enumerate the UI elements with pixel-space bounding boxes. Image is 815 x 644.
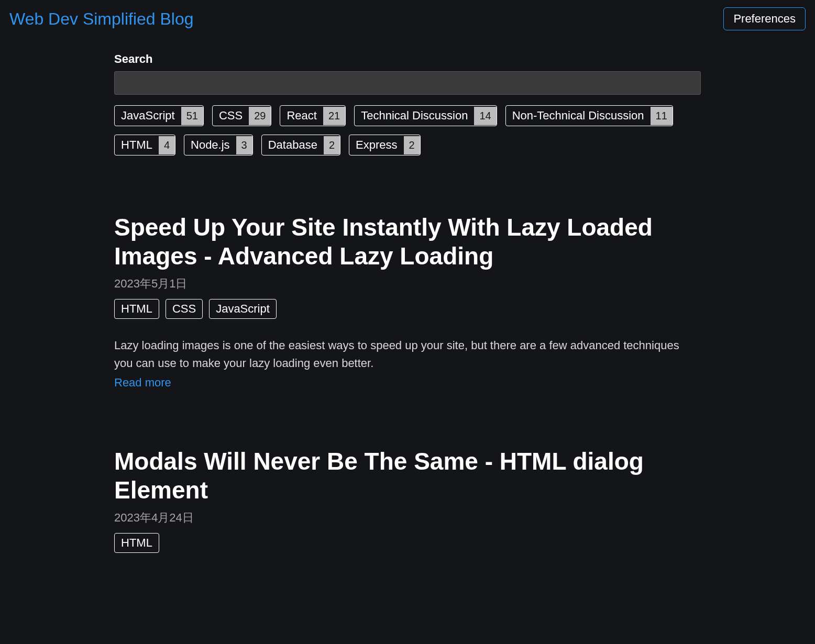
article-tags: HTML: [114, 533, 701, 553]
article-tags: HTMLCSSJavaScript: [114, 299, 701, 319]
main-content: Search JavaScript51CSS29React21Technical…: [98, 52, 717, 553]
preferences-button[interactable]: Preferences: [723, 7, 806, 30]
article: Modals Will Never Be The Same - HTML dia…: [114, 447, 701, 553]
filter-tag[interactable]: CSS29: [212, 105, 272, 126]
filter-tags-container: JavaScript51CSS29React21Technical Discus…: [114, 105, 701, 156]
article-excerpt: Lazy loading images is one of the easies…: [114, 337, 701, 372]
filter-tag-count: 14: [474, 107, 496, 125]
article-tag[interactable]: CSS: [166, 299, 203, 319]
filter-tag-label: React: [280, 106, 323, 126]
filter-tag-count: 29: [249, 107, 271, 125]
article-tag[interactable]: HTML: [114, 299, 159, 319]
article-title[interactable]: Speed Up Your Site Instantly With Lazy L…: [114, 213, 701, 271]
filter-tag-label: CSS: [213, 106, 249, 126]
filter-tag-count: 4: [159, 136, 175, 154]
article-date: 2023年5月1日: [114, 276, 701, 292]
filter-tag-count: 2: [404, 136, 420, 154]
filter-tag-count: 3: [236, 136, 252, 154]
article: Speed Up Your Site Instantly With Lazy L…: [114, 213, 701, 390]
filter-tag[interactable]: Express2: [349, 135, 421, 156]
filter-tag-label: JavaScript: [115, 106, 181, 126]
filter-tag-label: Technical Discussion: [355, 106, 474, 126]
filter-tag-count: 11: [651, 107, 673, 125]
article-date: 2023年4月24日: [114, 510, 701, 526]
filter-tag[interactable]: JavaScript51: [114, 105, 204, 126]
article-title[interactable]: Modals Will Never Be The Same - HTML dia…: [114, 447, 701, 505]
filter-tag-label: Non-Technical Discussion: [506, 106, 651, 126]
site-title-link[interactable]: Web Dev Simplified Blog: [9, 9, 194, 29]
filter-tag[interactable]: Technical Discussion14: [354, 105, 497, 126]
filter-tag-label: Node.js: [184, 135, 236, 155]
filter-tag-label: HTML: [115, 135, 159, 155]
read-more-link[interactable]: Read more: [114, 376, 171, 390]
filter-tag[interactable]: React21: [280, 105, 346, 126]
filter-tag[interactable]: Node.js3: [184, 135, 253, 156]
filter-tag-count: 51: [181, 107, 203, 125]
filter-tag[interactable]: HTML4: [114, 135, 175, 156]
article-tag[interactable]: JavaScript: [209, 299, 277, 319]
search-label: Search: [114, 52, 701, 66]
filter-tag-label: Database: [262, 135, 324, 155]
article-tag[interactable]: HTML: [114, 533, 159, 553]
search-input[interactable]: [114, 71, 701, 95]
filter-tag[interactable]: Non-Technical Discussion11: [505, 105, 673, 126]
filter-tag-count: 2: [324, 136, 340, 154]
filter-tag-count: 21: [323, 107, 345, 125]
filter-tag-label: Express: [349, 135, 403, 155]
filter-tag[interactable]: Database2: [261, 135, 340, 156]
page-header: Web Dev Simplified Blog Preferences: [0, 0, 815, 38]
